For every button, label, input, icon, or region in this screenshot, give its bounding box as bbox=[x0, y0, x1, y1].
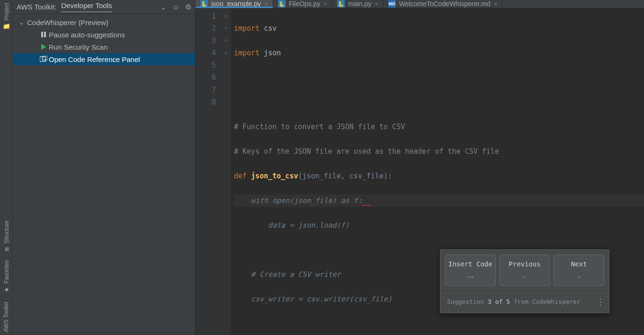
tab-label: json_example.py bbox=[211, 0, 261, 8]
pause-icon bbox=[38, 31, 49, 38]
rail-favorites[interactable]: ★ Favorites bbox=[3, 260, 10, 293]
code-suggestion: with open(json_file) as f: bbox=[234, 196, 362, 205]
svg-rect-4 bbox=[43, 56, 47, 60]
rail-project[interactable]: 📁 Project bbox=[3, 3, 10, 31]
tree-item-run-security-scan[interactable]: Run Security Scan bbox=[13, 41, 195, 53]
suggestion-status: Suggestion 3 of 5 from CodeWhisperer bbox=[447, 296, 581, 308]
codewhisperer-suggestion-popup: Insert Code →⇥ Previous ← Next → Suggest… bbox=[440, 249, 609, 313]
code-token: import bbox=[234, 24, 259, 33]
tree-label: Open Code Reference Panel bbox=[49, 55, 140, 63]
button-shortcut: → bbox=[556, 271, 602, 283]
feedback-icon[interactable]: ☺ bbox=[172, 3, 179, 11]
markdown-file-icon: MD bbox=[388, 0, 396, 8]
tool-window-rail: 📁 Project ≣ Structure ★ Favorites AWS To… bbox=[0, 0, 13, 335]
rail-aws-toolkit[interactable]: AWS Toolkit bbox=[3, 302, 9, 332]
button-label: Previous bbox=[509, 260, 540, 268]
rail-label: AWS Toolkit bbox=[3, 302, 9, 332]
tree-node-codewhisperer[interactable]: ⌄ CodeWhisperer (Preview) bbox=[13, 16, 195, 28]
code-token: json_to_csv bbox=[251, 172, 298, 180]
previous-suggestion-button[interactable]: Previous ← bbox=[500, 255, 550, 286]
close-icon[interactable]: × bbox=[324, 0, 328, 8]
folder-icon: 📁 bbox=[3, 23, 10, 31]
line-number: 7 bbox=[196, 84, 216, 96]
line-number: 3 bbox=[196, 35, 216, 47]
panel-title: AWS Toolkit: bbox=[17, 3, 56, 11]
code-suggestion: # Create a CSV writer bbox=[234, 270, 341, 279]
code-token: csv bbox=[259, 24, 277, 33]
tree-item-open-code-reference[interactable]: Open Code Reference Panel bbox=[13, 53, 195, 65]
structure-icon: ≣ bbox=[3, 247, 10, 252]
python-file-icon: 🐍 bbox=[200, 0, 208, 8]
line-number: 6 bbox=[196, 71, 216, 84]
line-number: 1 bbox=[196, 10, 216, 22]
close-icon[interactable]: × bbox=[264, 0, 268, 8]
rail-structure[interactable]: ≣ Structure bbox=[3, 220, 10, 252]
button-shortcut: →⇥ bbox=[447, 271, 493, 283]
tab-welcome-md[interactable]: MD WelcomeToCodeWhisperer.md × bbox=[384, 0, 502, 8]
line-number-gutter: 1 2 3 4 5 6 7 8 bbox=[196, 8, 224, 335]
tree-label: Run Security Scan bbox=[49, 43, 107, 51]
editor-tab-bar: 🐍 json_example.py × 🐍 FileOps.py × 🐍 mai… bbox=[196, 0, 644, 8]
svg-marker-2 bbox=[41, 44, 46, 50]
close-icon[interactable]: × bbox=[494, 0, 498, 8]
line-number: 2 bbox=[196, 22, 216, 35]
chevron-down-icon[interactable]: ⌄ bbox=[161, 3, 167, 11]
code-comment: # Keys of the JSON file are used as the … bbox=[234, 147, 499, 156]
code-token: def bbox=[234, 172, 251, 180]
panel-header: AWS Toolkit: Developer Tools ⌄ ☺ ⚙ bbox=[13, 0, 195, 14]
star-icon: ★ bbox=[3, 286, 10, 293]
gear-icon[interactable]: ⚙ bbox=[185, 3, 191, 11]
panel-icon bbox=[38, 56, 49, 62]
button-label: Next bbox=[571, 260, 587, 268]
tab-label: main.py bbox=[348, 0, 371, 8]
tree-item-pause-suggestions[interactable]: Pause auto-suggestions bbox=[13, 28, 195, 41]
close-icon[interactable]: × bbox=[375, 0, 378, 8]
tab-label: FileOps.py bbox=[289, 0, 321, 8]
rail-label: Favorites bbox=[3, 260, 9, 283]
aws-toolkit-panel: AWS Toolkit: Developer Tools ⌄ ☺ ⚙ ⌄ Cod… bbox=[13, 0, 196, 335]
error-underline bbox=[362, 196, 371, 206]
tab-label: WelcomeToCodeWhisperer.md bbox=[399, 0, 491, 8]
line-number: 5 bbox=[196, 59, 216, 71]
developer-tools-tree: ⌄ CodeWhisperer (Preview) Pause auto-sug… bbox=[13, 14, 195, 67]
insert-code-button[interactable]: Insert Code →⇥ bbox=[445, 255, 496, 286]
line-number: 8 bbox=[196, 96, 216, 108]
code-token: (json_file, csv_file): bbox=[298, 172, 392, 180]
python-file-icon: 🐍 bbox=[278, 0, 286, 8]
svg-rect-0 bbox=[41, 32, 43, 37]
next-suggestion-button[interactable]: Next → bbox=[554, 255, 604, 286]
button-label: Insert Code bbox=[448, 260, 492, 268]
code-editor[interactable]: 1 2 3 4 5 6 7 8 ⊖⊖⊖⊖ import csv import j… bbox=[196, 8, 644, 335]
svg-rect-1 bbox=[44, 32, 46, 37]
button-shortcut: ← bbox=[502, 271, 548, 283]
panel-tab-developer-tools[interactable]: Developer Tools bbox=[61, 1, 112, 12]
code-suggestion: csv_writer = csv.writer(csv_file) bbox=[234, 295, 392, 303]
code-token: import bbox=[234, 49, 259, 57]
chevron-down-icon: ⌄ bbox=[18, 18, 27, 26]
tab-json-example[interactable]: 🐍 json_example.py × bbox=[196, 0, 273, 8]
kebab-menu-icon[interactable]: ⋮ bbox=[596, 296, 604, 308]
tab-main[interactable]: 🐍 main.py × bbox=[332, 0, 384, 8]
editor-area: 🐍 json_example.py × 🐍 FileOps.py × 🐍 mai… bbox=[196, 0, 644, 335]
fold-gutter: ⊖⊖⊖⊖ bbox=[224, 8, 231, 335]
tree-label: CodeWhisperer (Preview) bbox=[27, 18, 108, 26]
tree-label: Pause auto-suggestions bbox=[49, 31, 125, 39]
rail-label: Project bbox=[3, 3, 9, 20]
code-comment: # Function to convert a JSON file to CSV bbox=[234, 123, 405, 131]
code-suggestion: data = json.load(f) bbox=[234, 221, 349, 229]
python-file-icon: 🐍 bbox=[337, 0, 345, 8]
play-icon bbox=[38, 44, 49, 50]
tab-fileops[interactable]: 🐍 FileOps.py × bbox=[273, 0, 333, 8]
line-number: 4 bbox=[196, 47, 216, 59]
rail-label: Structure bbox=[3, 220, 9, 244]
code-token: json bbox=[259, 49, 281, 57]
